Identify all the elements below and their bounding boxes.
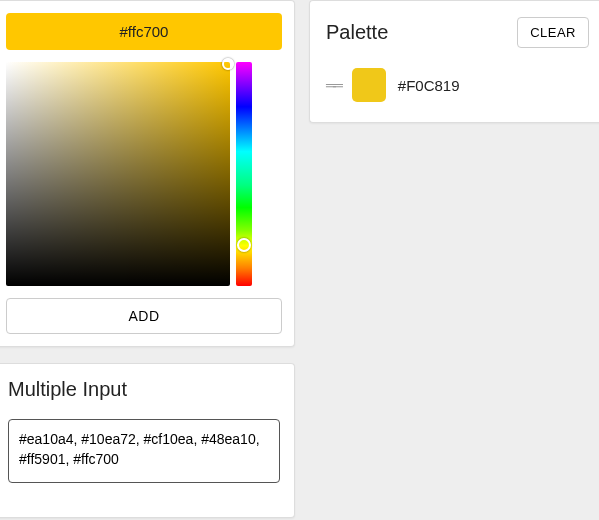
- palette-item-label: #F0C819: [398, 77, 460, 94]
- palette-item: ══ #F0C819: [326, 68, 589, 102]
- clear-button[interactable]: CLEAR: [517, 17, 589, 48]
- hue-bar[interactable]: [236, 62, 252, 286]
- palette-header: Palette CLEAR: [326, 17, 589, 48]
- color-swatch[interactable]: [352, 68, 386, 102]
- multiple-input-title: Multiple Input: [8, 378, 280, 401]
- color-picker-card: #ffc700 ADD: [0, 0, 295, 347]
- add-button[interactable]: ADD: [6, 298, 282, 334]
- current-hex-banner: #ffc700: [6, 13, 282, 50]
- multiple-input-textarea[interactable]: [8, 419, 280, 483]
- saturation-value-panel[interactable]: [6, 62, 230, 286]
- sv-cursor[interactable]: [222, 58, 234, 70]
- drag-handle-icon[interactable]: ══: [326, 82, 340, 89]
- palette-card: Palette CLEAR ══ #F0C819: [309, 0, 599, 123]
- hue-cursor[interactable]: [237, 238, 251, 252]
- picker-area: [6, 62, 282, 286]
- multiple-input-card: Multiple Input: [0, 363, 295, 518]
- palette-title: Palette: [326, 21, 388, 44]
